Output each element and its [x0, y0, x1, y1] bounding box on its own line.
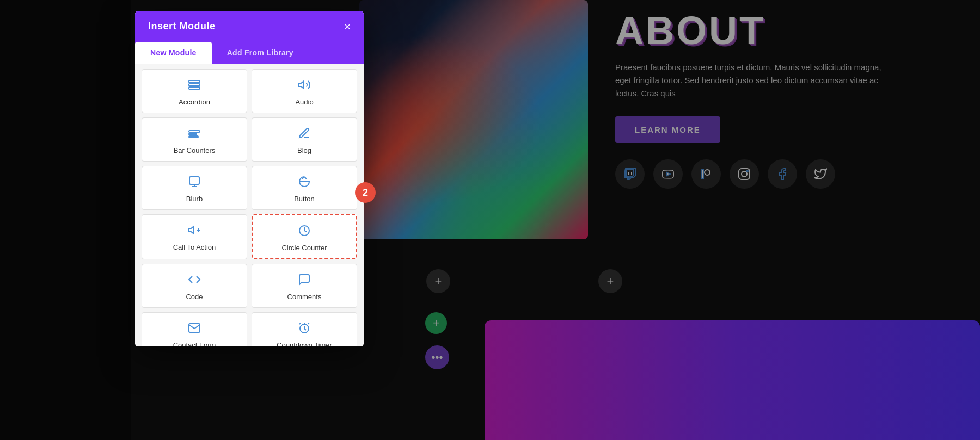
audio-icon [298, 78, 311, 94]
code-icon [188, 273, 201, 288]
svg-marker-14 [189, 226, 194, 234]
modal-close-button[interactable]: × [344, 21, 351, 32]
svg-rect-8 [189, 87, 200, 89]
accordion-icon [188, 78, 201, 94]
button-icon [298, 175, 311, 190]
contact-form-icon [188, 321, 201, 337]
blog-label: Blog [297, 146, 311, 154]
module-grid: Accordion Audio Bar Counters Blog [135, 64, 364, 346]
svg-marker-9 [299, 81, 304, 89]
tab-new-module[interactable]: New Module [135, 42, 212, 64]
modal-tabs: New Module Add From Library [135, 42, 364, 64]
blurb-icon [188, 175, 201, 190]
button-label: Button [294, 195, 315, 203]
tab-add-from-library[interactable]: Add From Library [212, 42, 309, 64]
module-contact-form[interactable]: Contact Form [142, 312, 247, 346]
svg-rect-10 [189, 131, 200, 132]
cta-icon [188, 224, 201, 239]
comments-icon [298, 273, 311, 288]
svg-rect-11 [189, 133, 197, 135]
contact-form-label: Contact Form [173, 341, 216, 346]
countdown-timer-label: Countdown Timer [277, 341, 332, 346]
bar-counters-icon [188, 127, 201, 142]
module-circle-counter[interactable]: Circle Counter [252, 214, 357, 259]
bar-counters-label: Bar Counters [174, 146, 216, 154]
cta-label: Call To Action [173, 243, 216, 251]
module-bar-counters[interactable]: Bar Counters [142, 117, 247, 162]
blog-icon [298, 127, 311, 142]
modal-title: Insert Module [148, 21, 216, 32]
module-blog[interactable]: Blog [252, 117, 357, 162]
countdown-timer-icon [298, 321, 311, 337]
svg-rect-6 [189, 80, 200, 83]
comments-label: Comments [287, 293, 322, 301]
module-audio[interactable]: Audio [252, 69, 357, 113]
module-badge-2: 2 [355, 182, 376, 203]
module-accordion[interactable]: Accordion [142, 69, 247, 113]
insert-module-modal: Insert Module × New Module Add From Libr… [135, 11, 364, 346]
circle-counter-icon [298, 224, 311, 239]
module-blurb[interactable]: Blurb [142, 166, 247, 210]
module-button[interactable]: Button [252, 166, 357, 210]
svg-rect-12 [189, 136, 198, 138]
module-code[interactable]: Code [142, 264, 247, 308]
module-comments[interactable]: Comments [252, 264, 357, 308]
svg-rect-13 [189, 177, 199, 184]
module-countdown-timer[interactable]: Countdown Timer [252, 312, 357, 346]
accordion-label: Accordion [179, 98, 210, 106]
code-label: Code [186, 293, 203, 301]
modal-header: Insert Module × [135, 11, 364, 42]
blurb-label: Blurb [186, 195, 203, 203]
svg-rect-7 [189, 84, 200, 86]
circle-counter-label: Circle Counter [281, 244, 327, 252]
audio-label: Audio [295, 98, 313, 106]
module-call-to-action[interactable]: Call To Action [142, 214, 247, 259]
